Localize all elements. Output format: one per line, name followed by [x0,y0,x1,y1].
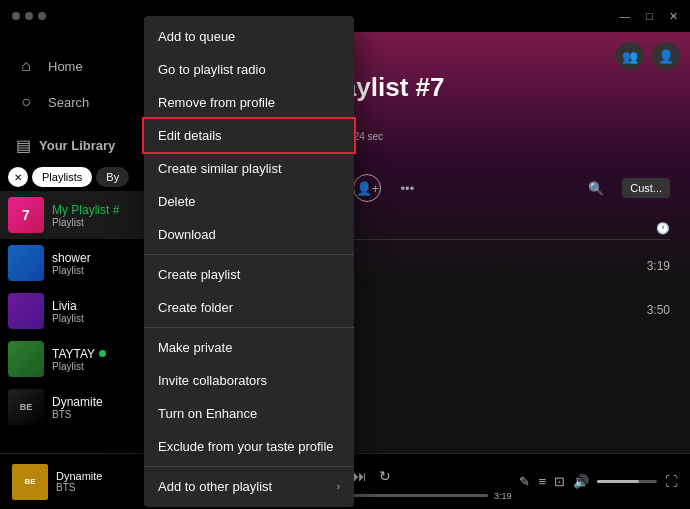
menu-item-add-queue[interactable]: Add to queue [144,20,354,53]
menu-item-turn-on-enhance[interactable]: Turn on Enhance [144,397,354,430]
context-menu: Add to queue Go to playlist radio Remove… [144,16,354,507]
menu-divider-3 [144,466,354,467]
menu-item-invite-collab[interactable]: Invite collaborators [144,364,354,397]
menu-item-make-private[interactable]: Make private [144,331,354,364]
menu-item-delete[interactable]: Delete [144,185,354,218]
menu-item-playlist-radio[interactable]: Go to playlist radio [144,53,354,86]
menu-item-remove-profile[interactable]: Remove from profile [144,86,354,119]
menu-divider-2 [144,327,354,328]
menu-item-edit-details[interactable]: Edit details [144,119,354,152]
submenu-arrow: › [337,481,340,492]
menu-overlay: Add to queue Go to playlist radio Remove… [0,0,690,509]
menu-item-create-folder[interactable]: Create folder [144,291,354,324]
menu-item-exclude-taste[interactable]: Exclude from your taste profile [144,430,354,463]
menu-divider-1 [144,254,354,255]
menu-item-download[interactable]: Download [144,218,354,251]
menu-item-create-similar[interactable]: Create similar playlist [144,152,354,185]
menu-item-create-playlist[interactable]: Create playlist [144,258,354,291]
menu-item-add-other-playlist[interactable]: Add to other playlist › [144,470,354,503]
